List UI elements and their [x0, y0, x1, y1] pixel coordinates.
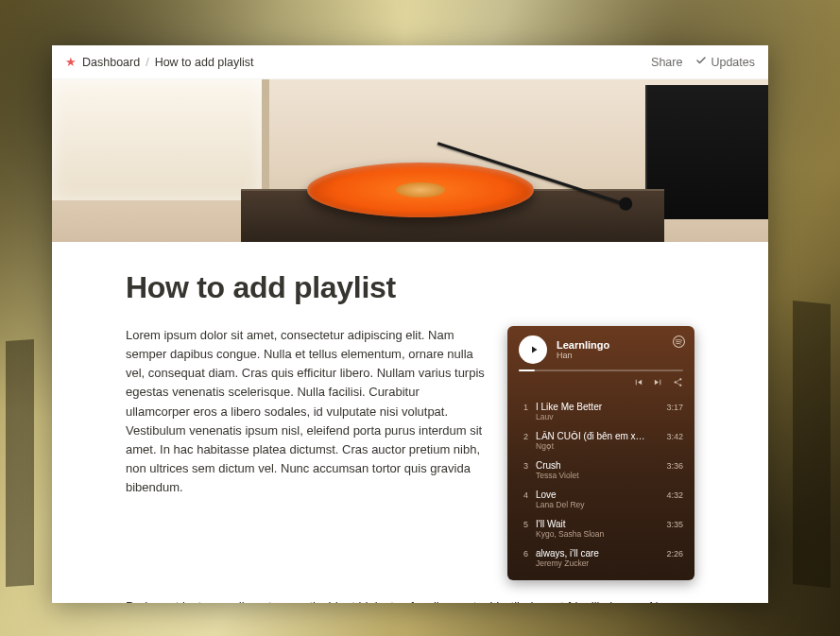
track-artist: Tessa Violet	[536, 471, 647, 480]
breadcrumb-root[interactable]: Dashboard	[82, 56, 140, 69]
track-row[interactable]: 2LẦN CUỐI (đi bên em xót xa…Ngọt3:42	[507, 426, 694, 456]
breadcrumb-separator: /	[146, 56, 148, 69]
player-header: Learnlingo Han	[507, 326, 694, 370]
track-index: 5	[519, 519, 528, 529]
track-index: 1	[519, 402, 528, 412]
track-list: 1I Like Me BetterLauv3:172LẦN CUỐI (đi b…	[507, 395, 694, 580]
play-button[interactable]	[519, 335, 547, 364]
track-artist: Kygo, Sasha Sloan	[536, 529, 647, 539]
spotify-embed[interactable]: Learnlingo Han 1I Like Me BetterLauv3:17…	[507, 326, 694, 580]
updates-label: Updates	[711, 56, 755, 69]
play-icon	[528, 344, 540, 355]
track-row[interactable]: 1I Like Me BetterLauv3:17	[507, 397, 694, 426]
document-page: ★ Dashboard / How to add playlist Share …	[52, 45, 768, 603]
body-paragraph-1: Lorem ipsum dolor sit amet, consectetur …	[126, 326, 487, 497]
track-index: 6	[519, 548, 528, 559]
share-button[interactable]: Share	[651, 56, 682, 69]
track-title: I'll Wait	[536, 519, 647, 529]
check-icon	[695, 55, 707, 69]
track-duration: 2:26	[655, 548, 683, 559]
track-artist: Lana Del Rey	[536, 500, 647, 509]
track-title: I Like Me Better	[536, 402, 647, 412]
track-artist: Jeremy Zucker	[536, 559, 647, 568]
track-index: 3	[519, 460, 528, 471]
track-row[interactable]: 6always, i'll careJeremy Zucker2:26	[507, 543, 694, 573]
track-duration: 3:36	[655, 460, 683, 471]
breadcrumb: ★ Dashboard / How to add playlist	[65, 56, 254, 69]
track-title: always, i'll care	[536, 548, 647, 559]
track-duration: 3:35	[655, 519, 683, 529]
track-artist: Ngọt	[536, 441, 647, 451]
track-title: Crush	[536, 460, 647, 471]
playlist-owner: Han	[557, 351, 683, 360]
top-actions: Share Updates	[651, 55, 755, 69]
body-paragraph-2: Proin erat justo, condimentum eu tincidu…	[126, 597, 694, 603]
page-icon: ★	[65, 56, 77, 68]
svg-point-2	[675, 381, 677, 383]
track-row[interactable]: 5I'll WaitKygo, Sasha Sloan3:35	[507, 514, 694, 543]
track-index: 4	[519, 490, 528, 500]
track-row[interactable]: 4LoveLana Del Rey4:32	[507, 485, 694, 514]
track-duration: 3:17	[655, 402, 683, 412]
prev-track-button[interactable]	[633, 377, 643, 389]
top-bar: ★ Dashboard / How to add playlist Share …	[52, 45, 768, 79]
page-title: How to add playlist	[126, 270, 694, 305]
track-duration: 4:32	[655, 490, 683, 500]
svg-point-1	[679, 378, 681, 380]
share-icon[interactable]	[673, 377, 683, 389]
svg-point-3	[679, 385, 681, 387]
next-track-button[interactable]	[653, 377, 663, 389]
breadcrumb-current[interactable]: How to add playlist	[155, 56, 254, 69]
track-duration: 3:42	[655, 431, 683, 441]
track-index: 2	[519, 431, 528, 441]
track-row[interactable]: 3CrushTessa Violet3:36	[507, 456, 694, 485]
track-artist: Lauv	[536, 412, 647, 421]
page-content: How to add playlist Lorem ipsum dolor si…	[52, 242, 768, 603]
playlist-title: Learnlingo	[557, 339, 683, 351]
track-title: LẦN CUỐI (đi bên em xót xa…	[536, 431, 647, 441]
updates-button[interactable]: Updates	[695, 55, 755, 69]
track-title: Love	[536, 490, 647, 500]
spotify-icon	[673, 335, 685, 350]
cover-image	[52, 79, 768, 242]
